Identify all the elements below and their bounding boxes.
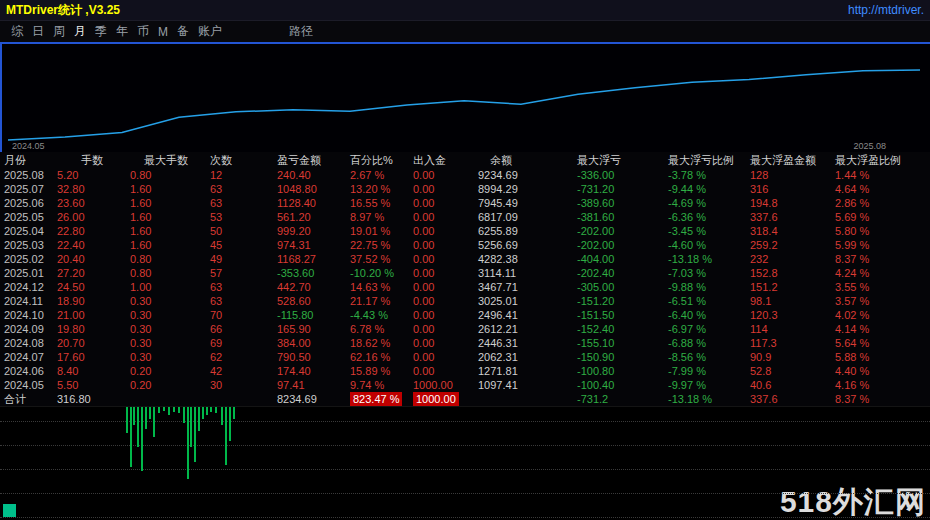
cell-float_loss_pct: -3.45 % — [664, 224, 746, 238]
cell-float_loss_pct: -3.78 % — [664, 168, 746, 182]
drawdown-bar — [198, 407, 200, 431]
cell-inout: 0.00 — [409, 182, 474, 196]
column-header-float_loss[interactable]: 最大浮亏 — [573, 152, 664, 168]
menu-item-2[interactable]: 周 — [53, 23, 65, 40]
cell-month: 2025.06 — [0, 196, 53, 210]
cell-lots: 23.60 — [53, 196, 126, 210]
cell-balance: 9234.69 — [474, 168, 573, 182]
table-row-2024.06[interactable]: 2024.068.400.2042174.4015.89 %0.001271.8… — [0, 364, 930, 378]
cell-pct: 21.17 % — [346, 294, 409, 308]
column-header-float_loss_pct[interactable]: 最大浮亏比例 — [664, 152, 746, 168]
cell-max_lots: 1.60 — [126, 238, 206, 252]
cell-month: 2024.08 — [0, 336, 53, 350]
cell-inout: 1000.00 — [409, 378, 474, 392]
cell-balance: 3467.71 — [474, 280, 573, 294]
column-header-max_lots[interactable]: 最大手数 — [126, 152, 206, 168]
cell-month: 2024.09 — [0, 322, 53, 336]
table-row-2025.01[interactable]: 2025.0127.200.8057-353.60-10.20 %0.00311… — [0, 266, 930, 280]
cell-float_loss: -100.40 — [573, 378, 664, 392]
cell-float_loss: -336.00 — [573, 168, 664, 182]
cell-float_loss: -389.60 — [573, 196, 664, 210]
table-row-2024.08[interactable]: 2024.0820.700.3069384.0018.62 %0.002446.… — [0, 336, 930, 350]
cell-total-count — [206, 392, 273, 406]
table-row-2024.07[interactable]: 2024.0717.600.3062790.5062.16 %0.002062.… — [0, 350, 930, 364]
cell-lots: 8.40 — [53, 364, 126, 378]
cell-max_lots: 1.60 — [126, 182, 206, 196]
column-header-float_profit[interactable]: 最大浮盈金额 — [746, 152, 831, 168]
column-header-balance[interactable]: 余额 — [474, 152, 573, 168]
menu-item-7[interactable]: M — [158, 25, 168, 39]
cell-lots: 26.00 — [53, 210, 126, 224]
cell-float_profit: 128 — [746, 168, 831, 182]
cell-pct: 16.55 % — [346, 196, 409, 210]
cell-pct: 13.20 % — [346, 182, 409, 196]
table-row-2025.07[interactable]: 2025.0732.801.60631048.8013.20 %0.008994… — [0, 182, 930, 196]
cell-lots: 5.20 — [53, 168, 126, 182]
cell-inout: 0.00 — [409, 308, 474, 322]
menu-item-path[interactable]: 路径 — [289, 23, 313, 40]
column-header-float_profit_pct[interactable]: 最大浮盈比例 — [831, 152, 930, 168]
app-url-link[interactable]: http://mtdriver. — [848, 3, 924, 17]
table-row-2025.06[interactable]: 2025.0623.601.60631128.4016.55 %0.007945… — [0, 196, 930, 210]
column-header-pnl[interactable]: 盈亏金额 — [273, 152, 346, 168]
cell-pnl: 974.31 — [273, 238, 346, 252]
cell-pct: 14.63 % — [346, 280, 409, 294]
cell-float_loss: -151.50 — [573, 308, 664, 322]
cell-pnl: 97.41 — [273, 378, 346, 392]
cell-float_profit_pct: 2.86 % — [831, 196, 930, 210]
menu-item-0[interactable]: 综 — [11, 23, 23, 40]
column-header-pct[interactable]: 百分比% — [346, 152, 409, 168]
table-row-2025.02[interactable]: 2025.0220.400.80491168.2737.52 %0.004282… — [0, 252, 930, 266]
drawdown-bar — [133, 407, 135, 425]
cell-pct: 6.78 % — [346, 322, 409, 336]
menu-item-6[interactable]: 币 — [137, 23, 149, 40]
column-header-month[interactable]: 月份 — [0, 152, 53, 168]
cell-float_profit_pct: 3.57 % — [831, 294, 930, 308]
cell-float_profit: 90.9 — [746, 350, 831, 364]
table-row-2024.09[interactable]: 2024.0919.800.3066165.906.78 %0.002612.2… — [0, 322, 930, 336]
cell-inout: 0.00 — [409, 322, 474, 336]
cell-max_lots: 0.30 — [126, 336, 206, 350]
cell-float_profit_pct: 5.80 % — [831, 224, 930, 238]
highlighted-value: 1000.00 — [413, 392, 459, 406]
table-row-2024.11[interactable]: 2024.1118.900.3063528.6021.17 %0.003025.… — [0, 294, 930, 308]
menu-item-1[interactable]: 日 — [32, 23, 44, 40]
table-row-2024.05[interactable]: 2024.055.500.203097.419.74 %1000.001097.… — [0, 378, 930, 392]
cell-float_profit_pct: 4.40 % — [831, 364, 930, 378]
column-header-lots[interactable]: 手数 — [53, 152, 126, 168]
menu-item-5[interactable]: 年 — [116, 23, 128, 40]
cell-inout: 0.00 — [409, 210, 474, 224]
table-row-2025.04[interactable]: 2025.0422.801.6050999.2019.01 %0.006255.… — [0, 224, 930, 238]
drawdown-bar — [178, 407, 180, 413]
cell-inout: 0.00 — [409, 350, 474, 364]
menu-item-4[interactable]: 季 — [95, 23, 107, 40]
cell-pnl: 174.40 — [273, 364, 346, 378]
cell-pnl: 1128.40 — [273, 196, 346, 210]
table-row-total[interactable]: 合计316.808234.69823.47 %1000.00-731.2-13.… — [0, 392, 930, 406]
table-row-2024.10[interactable]: 2024.1021.000.3070-115.80-4.43 %0.002496… — [0, 308, 930, 322]
menu-item-9[interactable]: 账户 — [198, 23, 222, 40]
cell-lots: 17.60 — [53, 350, 126, 364]
column-header-count[interactable]: 次数 — [206, 152, 273, 168]
table-row-2025.03[interactable]: 2025.0322.401.6045974.3122.75 %0.005256.… — [0, 238, 930, 252]
cell-lots: 20.40 — [53, 252, 126, 266]
cell-count: 70 — [206, 308, 273, 322]
gridline — [0, 493, 930, 494]
table-row-2025.08[interactable]: 2025.085.200.8012240.402.67 %0.009234.69… — [0, 168, 930, 182]
cell-float_profit_pct: 3.55 % — [831, 280, 930, 294]
highlighted-value: 823.47 % — [350, 392, 402, 406]
cell-float_loss: -202.40 — [573, 266, 664, 280]
drawdown-bar — [233, 407, 235, 419]
cell-balance: 1097.41 — [474, 378, 573, 392]
cell-float_loss_pct: -4.69 % — [664, 196, 746, 210]
table-row-2025.05[interactable]: 2025.0526.001.6053561.208.97 %0.006817.0… — [0, 210, 930, 224]
column-header-inout[interactable]: 出入金 — [409, 152, 474, 168]
menu-item-3[interactable]: 月 — [74, 23, 86, 40]
cell-float_loss: -155.10 — [573, 336, 664, 350]
cell-float_loss_pct: -8.56 % — [664, 350, 746, 364]
cell-lots: 21.00 — [53, 308, 126, 322]
table-row-2024.12[interactable]: 2024.1224.501.0063442.7014.63 %0.003467.… — [0, 280, 930, 294]
title-bar: MTDriver统计 ,V3.25 http://mtdriver. — [0, 0, 930, 21]
menu-item-8[interactable]: 备 — [177, 23, 189, 40]
cell-inout: 0.00 — [409, 280, 474, 294]
